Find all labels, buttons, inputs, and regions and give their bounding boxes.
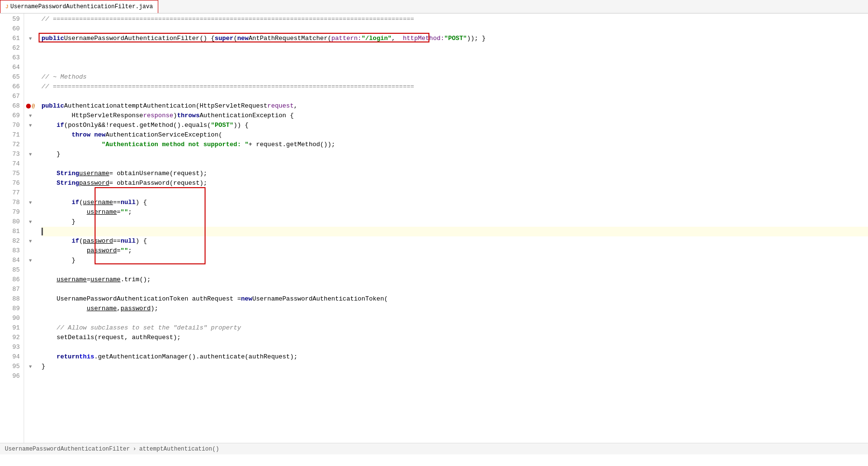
- breadcrumb-class: UsernamePasswordAuthenticationFilter: [5, 446, 130, 452]
- tab-label: UsernamePasswordAuthenticationFilter.jav…: [11, 3, 153, 10]
- code-line-78: if (username == null) {: [41, 198, 868, 207]
- code-line-86: username = username.trim();: [41, 275, 868, 285]
- gutter: ▼ @ ▼ ▼ ▼ ▼ ▼: [24, 14, 37, 443]
- code-line-59: // =====================================…: [41, 14, 868, 24]
- code-line-77: [41, 188, 868, 198]
- gutter-73: ▼: [24, 150, 37, 159]
- fold-icon-95[interactable]: ▼: [29, 364, 32, 370]
- breadcrumb-separator: ›: [133, 446, 136, 452]
- code-line-64: [41, 63, 868, 72]
- breadcrumb-method: attemptAuthentication(): [139, 446, 219, 452]
- code-line-84: }: [41, 256, 868, 265]
- code-line-94: return this.getAuthenticationManager().a…: [41, 352, 868, 362]
- gutter-64: [24, 63, 37, 72]
- gutter-59: [24, 14, 37, 24]
- code-line-90: [41, 314, 868, 323]
- fold-icon-73[interactable]: ▼: [29, 152, 32, 157]
- gutter-63: [24, 53, 37, 63]
- code-line-81: [41, 227, 868, 236]
- gutter-78: ▼: [24, 198, 37, 207]
- gutter-94: [24, 352, 37, 362]
- breadcrumb-bar: UsernamePasswordAuthenticationFilter › a…: [0, 443, 868, 454]
- gutter-70: ▼: [24, 121, 37, 130]
- code-line-73: }: [41, 150, 868, 159]
- fold-icon-69[interactable]: ▼: [29, 113, 32, 119]
- fold-icon-61[interactable]: ▼: [29, 36, 32, 41]
- gutter-87: [24, 285, 37, 294]
- code-line-96: [41, 371, 868, 381]
- file-tab[interactable]: J UsernamePasswordAuthenticationFilter.j…: [0, 0, 158, 13]
- code-line-71: throw new AuthenticationServiceException…: [41, 130, 868, 140]
- code-line-63: [41, 53, 868, 63]
- gutter-62: [24, 43, 37, 53]
- gutter-92: [24, 333, 37, 343]
- line-numbers: 59 60 61 62 63 64 65 66 67 68 69 70 71 7…: [0, 14, 24, 443]
- fold-icon-84[interactable]: ▼: [29, 258, 32, 263]
- editor: 59 60 61 62 63 64 65 66 67 68 69 70 71 7…: [0, 14, 868, 454]
- code-line-62: [41, 43, 868, 53]
- gutter-60: [24, 24, 37, 34]
- gutter-79: [24, 207, 37, 217]
- tab-bar: J UsernamePasswordAuthenticationFilter.j…: [0, 0, 868, 14]
- code-line-92: setDetails(request, authRequest);: [41, 333, 868, 343]
- code-line-83: password = "";: [41, 246, 868, 256]
- gutter-81: [24, 227, 37, 236]
- annotation-68: @: [32, 103, 35, 109]
- breakpoint-68[interactable]: [26, 104, 31, 109]
- code-line-93: [41, 343, 868, 352]
- gutter-85: [24, 265, 37, 275]
- gutter-75: [24, 169, 37, 178]
- code-line-60: [41, 24, 868, 34]
- code-line-95: }: [41, 362, 868, 371]
- gutter-71: [24, 130, 37, 140]
- fold-icon-78[interactable]: ▼: [29, 200, 32, 206]
- code-line-66: // =====================================…: [41, 82, 868, 92]
- code-line-70: if (postOnly && !request.getMethod().equ…: [41, 121, 868, 130]
- code-line-79: username = "";: [41, 207, 868, 217]
- gutter-90: [24, 314, 37, 323]
- gutter-61: ▼: [24, 34, 37, 43]
- gutter-68: @: [24, 101, 37, 111]
- code-line-74: [41, 159, 868, 169]
- code-line-72: "Authentication method not supported: " …: [41, 140, 868, 150]
- gutter-95: ▼: [24, 362, 37, 371]
- gutter-96: [24, 371, 37, 381]
- gutter-86: [24, 275, 37, 285]
- gutter-74: [24, 159, 37, 169]
- gutter-88: [24, 294, 37, 304]
- gutter-82: ▼: [24, 236, 37, 246]
- gutter-69: ▼: [24, 111, 37, 121]
- gutter-89: [24, 304, 37, 314]
- code-line-85: [41, 265, 868, 275]
- code-line-65: // ~ Methods: [41, 72, 868, 82]
- code-line-91: // Allow subclasses to set the "details"…: [41, 323, 868, 333]
- code-line-88: UsernamePasswordAuthenticationToken auth…: [41, 294, 868, 304]
- code-area: 59 60 61 62 63 64 65 66 67 68 69 70 71 7…: [0, 14, 868, 443]
- code-line-80: }: [41, 217, 868, 227]
- code-line-82: if (password == null) {: [41, 236, 868, 246]
- gutter-83: [24, 246, 37, 256]
- code-line-61: public UsernamePasswordAuthenticationFil…: [41, 34, 868, 43]
- fold-icon-70[interactable]: ▼: [29, 123, 32, 128]
- code-line-68: public Authentication attemptAuthenticat…: [41, 101, 868, 111]
- code-content[interactable]: // =====================================…: [37, 14, 868, 443]
- code-line-89: username, password);: [41, 304, 868, 314]
- fold-icon-82[interactable]: ▼: [29, 239, 32, 244]
- fold-icon-80[interactable]: ▼: [29, 219, 32, 225]
- gutter-93: [24, 343, 37, 352]
- gutter-80: ▼: [24, 217, 37, 227]
- gutter-66: [24, 82, 37, 92]
- gutter-91: [24, 323, 37, 333]
- code-line-75: String username = obtainUsername(request…: [41, 169, 868, 178]
- gutter-77: [24, 188, 37, 198]
- gutter-72: [24, 140, 37, 150]
- code-line-67: [41, 92, 868, 101]
- java-icon: J: [5, 4, 9, 10]
- code-line-87: [41, 285, 868, 294]
- code-line-69: HttpServletResponse response) throws Aut…: [41, 111, 868, 121]
- code-line-76: String password = obtainPassword(request…: [41, 178, 868, 188]
- gutter-67: [24, 92, 37, 101]
- gutter-84: ▼: [24, 256, 37, 265]
- gutter-65: [24, 72, 37, 82]
- gutter-76: [24, 178, 37, 188]
